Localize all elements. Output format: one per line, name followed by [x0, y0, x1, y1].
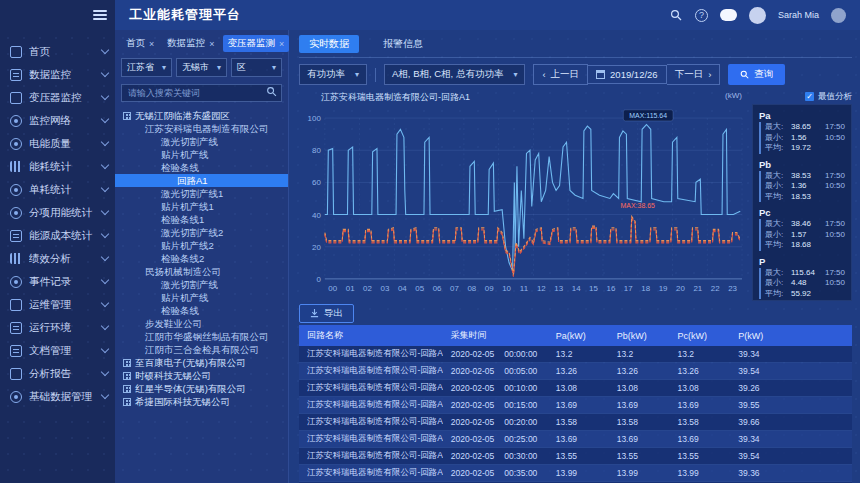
sidebar-item-performance[interactable]: 绩效分析: [0, 247, 115, 270]
sidebar-item-om-management[interactable]: 运维管理: [0, 293, 115, 316]
export-button[interactable]: 导出: [299, 304, 354, 323]
search-icon[interactable]: [669, 8, 683, 22]
table-row[interactable]: 江苏安科瑞电器制造有限公司-回路A12020-02-0500:00:0013.2…: [299, 346, 852, 363]
tree-node[interactable]: 贴片机产线: [115, 148, 288, 161]
tree-node[interactable]: 希捷国际科技无锡公司: [115, 395, 288, 408]
metric-select-value: 有功功率: [307, 68, 345, 81]
query-button[interactable]: 查询: [728, 64, 785, 85]
svg-text:01: 01: [346, 284, 355, 293]
sidebar-item-energy-stats[interactable]: 能耗统计: [0, 155, 115, 178]
tree-node[interactable]: 检验条线2: [115, 252, 288, 265]
tree-node[interactable]: 步发鞋业公司: [115, 317, 288, 330]
tree-node[interactable]: 江苏安科瑞电器制造有限公司: [115, 122, 288, 135]
tree-node[interactable]: 无锡江阴临港东盛园区: [115, 109, 288, 122]
table-row[interactable]: 江苏安科瑞电器制造有限公司-回路A12020-02-0500:15:0013.6…: [299, 397, 852, 414]
tree-node[interactable]: 激光切割产线1: [115, 187, 288, 200]
cell-circuit-name: 江苏安科瑞电器制造有限公司-回路A1: [299, 397, 443, 414]
park-icon: [123, 112, 131, 120]
table-row[interactable]: 江苏安科瑞电器制造有限公司-回路A12020-02-0500:20:0013.5…: [299, 414, 852, 431]
stat-time: [818, 143, 845, 154]
table-row[interactable]: 江苏安科瑞电器制造有限公司-回路A12020-02-0500:35:0013.9…: [299, 465, 852, 482]
message-bubble-icon[interactable]: [720, 9, 737, 21]
phase-series-select[interactable]: A相, B相, C相, 总有功功率 ▾: [384, 64, 525, 85]
sidebar-item-label: 监控网络: [29, 114, 102, 128]
tree-node[interactable]: 贴片机产线: [115, 291, 288, 304]
tree-node-label: 江阴市三合金检具有限公司: [145, 343, 259, 356]
close-icon[interactable]: ×: [279, 39, 284, 49]
close-icon[interactable]: ×: [149, 39, 154, 49]
tab-alarm-info[interactable]: 报警信息: [373, 35, 433, 53]
tree-node[interactable]: 激光切割产线: [115, 278, 288, 291]
table-row[interactable]: 江苏安科瑞电器制造有限公司-回路A12020-02-0500:05:0013.2…: [299, 363, 852, 380]
sidebar-item-label: 运行环境: [29, 321, 102, 335]
sidebar-item-environment[interactable]: 运行环境: [0, 316, 115, 339]
tree-node[interactable]: 江阴市华盛钢丝制品有限公司: [115, 330, 288, 343]
sidebar-item-home[interactable]: 首页: [0, 40, 115, 63]
tree-node[interactable]: 红星半导体(无锡)有限公司: [115, 382, 288, 395]
tab-realtime-data[interactable]: 实时数据: [299, 35, 359, 53]
tree-node[interactable]: 民扬机械制造公司: [115, 265, 288, 278]
tree-node[interactable]: 检验条线: [115, 304, 288, 317]
data-table-wrap: 回路名称采集时间Pa(kW)Pb(kW)Pc(kW)P(kW) 江苏安科瑞电器制…: [299, 325, 852, 483]
sidebar-item-transformer-monitor[interactable]: 变压器监控: [0, 86, 115, 109]
sidebar-item-reports[interactable]: 分析报告: [0, 362, 115, 385]
tab-data-monitor[interactable]: 数据监控×: [162, 35, 219, 52]
tree-node[interactable]: 贴片机产线1: [115, 200, 288, 213]
tree-node[interactable]: 检验条线1: [115, 213, 288, 226]
search-icon[interactable]: [266, 86, 277, 97]
sidebar-item-subitem-energy[interactable]: 分项用能统计: [0, 201, 115, 224]
sidebar-item-documents[interactable]: 文档管理: [0, 339, 115, 362]
svg-text:20: 20: [676, 284, 685, 293]
tree-node[interactable]: 检验条线: [115, 161, 288, 174]
date-picker[interactable]: 2019/12/26: [588, 65, 667, 84]
tree-node[interactable]: 江阴市三合金检具有限公司: [115, 343, 288, 356]
sidebar-item-unit-consumption[interactable]: 单耗统计: [0, 178, 115, 201]
avatar[interactable]: [749, 7, 766, 24]
cell-pc: 13.26: [669, 363, 730, 380]
sidebar-item-power-quality[interactable]: 电能质量: [0, 132, 115, 155]
tree-node[interactable]: 回路A1: [115, 174, 288, 187]
company-icon: [123, 372, 131, 380]
tab-home[interactable]: 首页×: [121, 35, 159, 52]
region-select-0[interactable]: 江苏省▾: [121, 58, 172, 77]
trend-icon: [10, 253, 22, 264]
sidebar-item-monitor-network[interactable]: 监控网络: [0, 109, 115, 132]
tree-node[interactable]: 至百康电子(无锡)有限公司: [115, 356, 288, 369]
chevron-down-icon: ▾: [513, 70, 517, 79]
tree-node[interactable]: 时硕科技无锡公司: [115, 369, 288, 382]
sidebar-item-data-monitor[interactable]: 数据监控: [0, 63, 115, 86]
sidebar-item-base-data[interactable]: 基础数据管理: [0, 385, 115, 408]
search-input[interactable]: [121, 84, 282, 102]
extreme-analysis-toggle[interactable]: ✓ 最值分析: [752, 89, 852, 104]
help-icon[interactable]: ?: [695, 9, 708, 22]
table-row[interactable]: 江苏安科瑞电器制造有限公司-回路A12020-02-0500:30:0013.5…: [299, 448, 852, 465]
phase-series-value: A相, B相, C相, 总有功功率: [392, 68, 503, 81]
main-content: 实时数据报警信息 有功功率 ▾ A相, B相, C相, 总有功功率 ▾ ‹ 上一…: [289, 30, 860, 483]
tree-node[interactable]: 激光切割产线: [115, 135, 288, 148]
hamburger-menu-icon[interactable]: [93, 10, 107, 20]
prev-day-button[interactable]: ‹ 上一日: [533, 64, 588, 85]
close-icon[interactable]: ×: [209, 39, 214, 49]
checkbox-checked-icon[interactable]: ✓: [805, 92, 814, 101]
power-quality-icon: [10, 138, 22, 150]
tree-node[interactable]: 激光切割产线2: [115, 226, 288, 239]
settings-icon[interactable]: [831, 8, 846, 23]
metric-select[interactable]: 有功功率 ▾: [299, 64, 367, 85]
region-select-1[interactable]: 无锡市▾: [176, 58, 227, 77]
stat-time: 10:50: [818, 181, 845, 192]
next-day-button[interactable]: 下一日 ›: [667, 64, 721, 85]
tree-node[interactable]: 贴片机产线2: [115, 239, 288, 252]
sidebar-item-label: 能源成本统计: [29, 229, 102, 243]
power-trend-chart[interactable]: 0204060801000001020304050607080910111213…: [299, 104, 748, 301]
table-row[interactable]: 江苏安科瑞电器制造有限公司-回路A12020-02-0500:25:0013.6…: [299, 431, 852, 448]
sidebar-item-events[interactable]: 事件记录: [0, 270, 115, 293]
sidebar-item-energy-cost[interactable]: 能源成本统计: [0, 224, 115, 247]
series-Pb: [325, 219, 740, 277]
report-icon: [10, 368, 22, 380]
table-row[interactable]: 江苏安科瑞电器制造有限公司-回路A12020-02-0500:10:0013.0…: [299, 380, 852, 397]
tree-node-label: 激光切割产线: [161, 135, 218, 148]
region-select-2[interactable]: 区▾: [231, 58, 282, 77]
tab-transformer-monitor[interactable]: 变压器监测×: [223, 35, 290, 52]
stat-row: 最大:38.5317:50: [765, 171, 845, 182]
svg-text:16: 16: [606, 284, 615, 293]
